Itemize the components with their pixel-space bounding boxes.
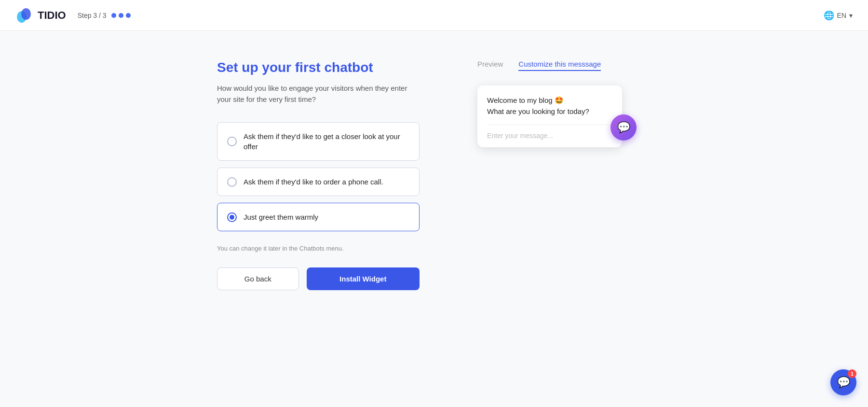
option-greet-label: Just greet them warmly — [244, 212, 318, 222]
dot-1 — [111, 13, 116, 18]
button-row: Go back Install Widget — [217, 267, 420, 290]
chat-fab-icon: 💬 — [617, 121, 630, 134]
logo-text: TIDIO — [38, 9, 66, 22]
radio-offer — [227, 137, 237, 146]
language-label: EN — [837, 12, 846, 19]
svg-point-1 — [21, 8, 31, 20]
header-left: TIDIO Step 3 / 3 — [15, 6, 131, 25]
language-selector[interactable]: 🌐 EN ▾ — [824, 10, 853, 21]
chevron-down-icon: ▾ — [849, 12, 853, 19]
globe-icon: 🌐 — [824, 10, 834, 21]
chat-input-placeholder[interactable]: Enter your message... — [487, 125, 612, 147]
option-phone-label: Ask them if they'd like to order a phone… — [244, 177, 383, 187]
chat-badge: 1 — [848, 369, 856, 378]
tidio-logo-icon — [15, 6, 34, 25]
page-subtitle: How would you like to engage your visito… — [217, 83, 420, 105]
bottom-chat-icon: 💬 — [837, 376, 850, 389]
right-panel: Preview Customize this messsage Welcome … — [477, 60, 651, 290]
chat-bubble: Welcome to my blog 🤩What are you looking… — [477, 85, 622, 147]
bottom-chat-button[interactable]: 1 💬 — [830, 369, 856, 395]
option-greet[interactable]: Just greet them warmly — [217, 203, 420, 231]
step-dots — [111, 13, 131, 18]
header: TIDIO Step 3 / 3 🌐 EN ▾ — [0, 0, 868, 31]
page-title: Set up your first chatbot — [217, 60, 420, 75]
left-panel: Set up your first chatbot How would you … — [217, 60, 420, 290]
radio-greet — [227, 212, 237, 222]
tab-preview[interactable]: Preview — [477, 60, 503, 71]
change-note: You can change it later in the Chatbots … — [217, 245, 420, 252]
go-back-button[interactable]: Go back — [217, 267, 299, 290]
install-widget-button[interactable]: Install Widget — [307, 267, 420, 290]
dot-3 — [126, 13, 131, 18]
chat-message: Welcome to my blog 🤩What are you looking… — [487, 95, 612, 125]
main-content: Set up your first chatbot How would you … — [0, 31, 868, 309]
radio-greet-inner — [230, 215, 234, 220]
chat-preview: Welcome to my blog 🤩What are you looking… — [477, 85, 632, 147]
step-indicator: Step 3 / 3 — [78, 12, 131, 19]
dot-2 — [119, 13, 123, 18]
option-offer-label: Ask them if they'd like to get a closer … — [244, 131, 409, 152]
options-list: Ask them if they'd like to get a closer … — [217, 122, 420, 231]
chat-fab-button[interactable]: 💬 — [610, 114, 637, 140]
logo: TIDIO — [15, 6, 66, 25]
option-offer[interactable]: Ask them if they'd like to get a closer … — [217, 122, 420, 161]
tab-customize[interactable]: Customize this messsage — [518, 60, 601, 71]
option-phone[interactable]: Ask them if they'd like to order a phone… — [217, 168, 420, 196]
step-label: Step 3 / 3 — [78, 12, 107, 19]
preview-tabs: Preview Customize this messsage — [477, 60, 601, 71]
radio-phone — [227, 177, 237, 187]
